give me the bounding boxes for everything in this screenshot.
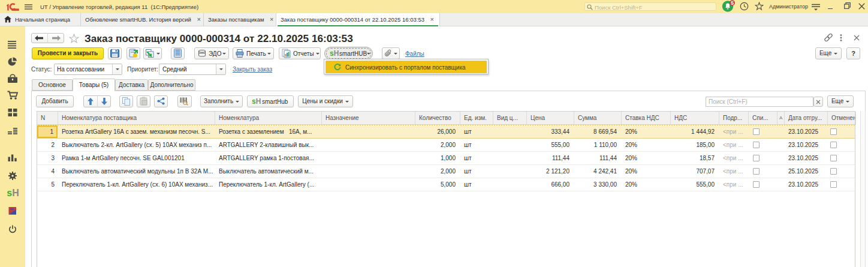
svg-text:5: 5 (731, 0, 734, 6)
